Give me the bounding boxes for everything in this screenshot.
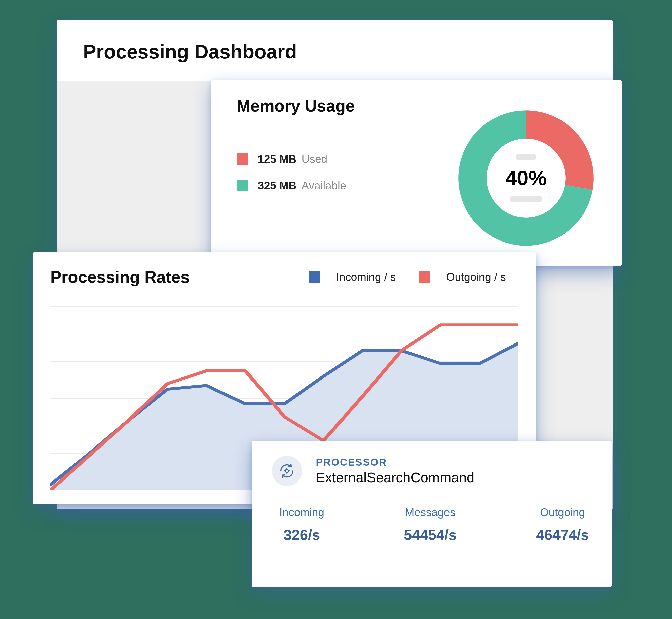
donut-center: 40% xyxy=(505,154,547,202)
memory-percent: 40% xyxy=(505,166,547,190)
swatch-incoming-icon xyxy=(309,271,320,283)
stat-messages-value: 54454/s xyxy=(404,526,457,543)
swatch-available-icon xyxy=(237,180,248,191)
memory-available-label: Available xyxy=(302,179,346,192)
memory-legend-available: 325 MB Available xyxy=(237,179,346,192)
memory-usage-title: Memory Usage xyxy=(237,96,355,115)
legend-outgoing-label: Outgoing / s xyxy=(446,271,506,283)
stat-outgoing-value: 46474/s xyxy=(536,526,589,543)
legend-incoming: Incoming / s xyxy=(309,271,396,283)
rates-legend: Incoming / s Outgoing / s xyxy=(309,271,506,283)
placeholder-bar-icon xyxy=(510,196,542,202)
placeholder-bar-icon xyxy=(516,154,536,160)
memory-legend-used: 125 MB Used xyxy=(237,153,346,165)
memory-legend: 125 MB Used 325 MB Available xyxy=(237,153,346,206)
stat-messages: Messages 54454/s xyxy=(404,506,457,543)
swatch-outgoing-icon xyxy=(419,271,430,283)
memory-available-value: 325 MB xyxy=(258,179,296,192)
swatch-used-icon xyxy=(237,153,248,165)
processor-stats: Incoming 326/s Messages 54454/s Outgoing… xyxy=(272,506,591,543)
dashboard-title: Processing Dashboard xyxy=(83,40,297,63)
memory-used-label: Used xyxy=(302,153,327,165)
processor-heading: PROCESSOR xyxy=(316,457,474,468)
stat-outgoing-label: Outgoing xyxy=(536,506,589,519)
memory-donut-chart: 40% xyxy=(456,108,596,249)
memory-usage-card: Memory Usage 125 MB Used 325 MB Availabl… xyxy=(211,80,622,266)
processing-rates-title: Processing Rates xyxy=(50,267,190,287)
stat-outgoing: Outgoing 46474/s xyxy=(536,506,589,543)
legend-incoming-label: Incoming / s xyxy=(336,271,396,283)
stat-incoming-label: Incoming xyxy=(279,506,324,519)
stat-incoming: Incoming 326/s xyxy=(279,506,324,543)
stat-messages-label: Messages xyxy=(404,506,457,519)
processor-card: PROCESSOR ExternalSearchCommand Incoming… xyxy=(252,441,612,587)
stat-incoming-value: 326/s xyxy=(279,526,324,543)
legend-outgoing: Outgoing / s xyxy=(419,271,506,283)
processor-name: ExternalSearchCommand xyxy=(316,469,474,486)
processor-header: PROCESSOR ExternalSearchCommand xyxy=(272,456,591,486)
memory-used-value: 125 MB xyxy=(258,153,296,165)
processor-cycle-icon xyxy=(272,456,302,486)
